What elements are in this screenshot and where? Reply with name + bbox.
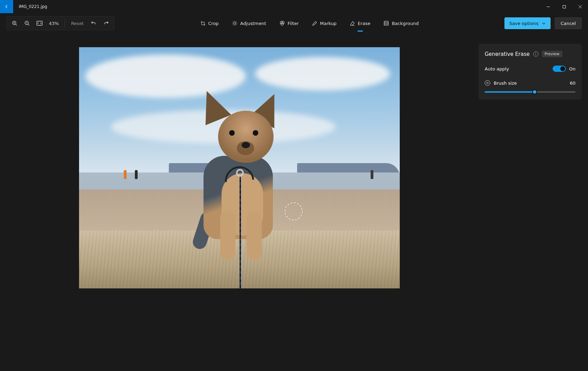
tab-adjustment-label: Adjustment	[240, 21, 266, 26]
svg-point-4	[234, 22, 236, 24]
fit-button[interactable]	[34, 18, 45, 28]
fit-screen-icon	[36, 21, 43, 26]
tab-background-label: Background	[392, 21, 419, 26]
zoom-in-icon	[12, 20, 17, 26]
chevron-down-icon	[542, 22, 546, 25]
panel-title: Generative Erase	[485, 51, 530, 57]
editor-toolbar: 43% Reset Crop Adjustment Filter Markup	[0, 13, 588, 33]
photo-cloud	[255, 57, 390, 91]
tab-crop[interactable]: Crop	[199, 19, 220, 28]
title-bar: IMG_0221.jpg	[0, 0, 588, 13]
main-area: Generative Erase i Preview Auto apply On…	[0, 33, 588, 371]
separator	[64, 19, 65, 27]
editor-tabs: Crop Adjustment Filter Markup Erase Back…	[199, 18, 420, 28]
tab-markup[interactable]: Markup	[311, 19, 338, 28]
crop-icon	[200, 21, 206, 26]
maximize-button[interactable]	[556, 0, 572, 13]
zoom-in-button[interactable]	[9, 18, 20, 28]
photo-person	[135, 170, 138, 179]
cancel-button[interactable]: Cancel	[555, 17, 582, 29]
adjustment-icon	[232, 20, 237, 26]
save-options-button[interactable]: Save options	[504, 17, 551, 29]
minimize-icon	[546, 5, 550, 9]
save-options-label: Save options	[509, 21, 538, 26]
svg-rect-0	[563, 5, 565, 8]
save-cancel-group: Save options Cancel	[504, 17, 582, 29]
background-icon	[383, 20, 389, 26]
tab-adjustment[interactable]: Adjustment	[231, 18, 268, 28]
markup-icon	[312, 21, 317, 26]
file-name: IMG_0221.jpg	[19, 4, 47, 9]
photo-person	[371, 170, 373, 179]
maximize-icon	[562, 5, 566, 9]
auto-apply-state: On	[569, 66, 576, 71]
brush-size-value: 60	[570, 81, 576, 86]
undo-button[interactable]	[88, 18, 99, 28]
zoom-controls: 43% Reset	[6, 16, 114, 30]
image-canvas[interactable]	[79, 47, 400, 288]
back-button[interactable]	[0, 0, 13, 13]
tab-filter[interactable]: Filter	[278, 18, 300, 28]
info-icon[interactable]: i	[533, 51, 538, 57]
panel-header: Generative Erase i Preview	[485, 51, 576, 57]
auto-apply-toggle-group: On	[553, 66, 576, 72]
redo-button[interactable]	[101, 18, 111, 28]
filter-icon	[279, 20, 285, 26]
brush-size-label: Brush size	[494, 81, 517, 86]
erase-icon	[350, 21, 355, 26]
brush-size-slider[interactable]	[485, 91, 576, 93]
brush-size-row: Brush size 60	[485, 80, 576, 86]
zoom-out-icon	[24, 20, 30, 26]
reset-button[interactable]: Reset	[68, 19, 86, 27]
auto-apply-label: Auto apply	[485, 66, 509, 71]
tab-markup-label: Markup	[320, 21, 337, 26]
redo-icon	[103, 20, 109, 26]
window-controls	[540, 0, 588, 13]
canvas-area	[0, 33, 478, 371]
brush-cursor	[285, 202, 303, 220]
arrow-left-icon	[4, 4, 9, 9]
preview-badge: Preview	[542, 51, 562, 57]
zoom-value: 43%	[47, 21, 61, 26]
tab-filter-label: Filter	[288, 21, 299, 26]
brush-size-icon	[485, 80, 490, 86]
tab-crop-label: Crop	[208, 21, 219, 26]
minimize-button[interactable]	[540, 0, 556, 13]
photo-dog	[185, 100, 289, 260]
photo-person	[124, 170, 127, 179]
cancel-label: Cancel	[561, 21, 576, 26]
close-icon	[578, 5, 582, 9]
auto-apply-toggle[interactable]	[553, 66, 566, 72]
close-button[interactable]	[572, 0, 588, 13]
generative-erase-panel: Generative Erase i Preview Auto apply On…	[478, 44, 582, 100]
zoom-out-button[interactable]	[22, 18, 32, 28]
tab-erase-label: Erase	[358, 21, 370, 26]
auto-apply-row: Auto apply On	[485, 66, 576, 72]
side-panel: Generative Erase i Preview Auto apply On…	[478, 33, 588, 371]
tab-erase[interactable]: Erase	[348, 19, 372, 28]
undo-icon	[91, 20, 96, 26]
tab-background[interactable]: Background	[382, 18, 420, 28]
